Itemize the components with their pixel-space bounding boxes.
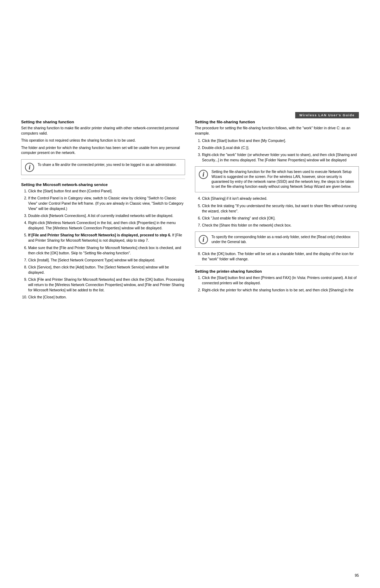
info-text-file-sharing-2: To specify the corresponding folder as a… xyxy=(211,235,355,245)
list-item: Check the [Share this folder on the netw… xyxy=(202,223,359,228)
section-ms-network-sharing: Setting the Microsoft network-sharing se… xyxy=(21,182,185,300)
list-item: Click the [Start] button first and then … xyxy=(202,138,359,143)
info-box-sharing: i To share a file and/or the connected p… xyxy=(21,159,185,175)
section-printer-sharing: Setting the printer-sharing function Cli… xyxy=(195,269,359,293)
list-item: Click the [OK] button. The folder will b… xyxy=(202,251,359,262)
list-item: Click "Just enable file sharing" and cli… xyxy=(202,216,359,221)
list-item: If the Control Panel is in Category view… xyxy=(28,196,185,211)
page-number: 95 xyxy=(355,573,359,577)
sharing-function-para2: This operation is not required unless th… xyxy=(21,138,185,143)
list-item: Right-click the printer for which the sh… xyxy=(202,287,359,293)
file-sharing-steps-before: Click the [Start] button first and then … xyxy=(201,138,359,163)
info-text-sharing: To share a file and/or the connected pri… xyxy=(38,162,177,167)
list-item: If [File and Printer Sharing for Microso… xyxy=(28,233,185,243)
sharing-function-para1: Set the sharing function to make file an… xyxy=(21,126,185,136)
section-sharing-function: Setting the sharing function Set the sha… xyxy=(21,120,185,175)
header-bar: Wireless LAN User's Guide xyxy=(295,112,359,118)
header-title: Wireless LAN User's Guide xyxy=(299,113,355,117)
file-sharing-heading: Setting the file-sharing function xyxy=(195,120,359,124)
info-icon-file-sharing-1: i xyxy=(199,170,208,179)
section-file-sharing: Setting the file-sharing function The pr… xyxy=(195,120,359,262)
page: Wireless LAN User's Guide Setting the sh… xyxy=(0,0,380,588)
divider-2 xyxy=(195,265,359,266)
divider-1 xyxy=(21,179,185,179)
list-item: Double-click [Network Connections]. A li… xyxy=(28,213,185,218)
right-column: Setting the file-sharing function The pr… xyxy=(195,120,359,302)
info-text-file-sharing-1: Setting the file-sharing function for th… xyxy=(211,169,355,189)
file-sharing-para1: The procedure for setting the file-shari… xyxy=(195,126,359,136)
list-item: Click [File and Printer Sharing for Micr… xyxy=(28,277,185,293)
content-area: Setting the sharing function Set the sha… xyxy=(21,120,359,560)
list-item: Click the [Close] button. xyxy=(28,295,185,300)
sharing-function-para3: The folder and printer for which the sha… xyxy=(21,146,185,156)
info-box-file-sharing-2: i To specify the corresponding folder as… xyxy=(195,231,359,248)
info-icon-sharing: i xyxy=(25,163,34,172)
list-item: Click the [Start] button first and then … xyxy=(202,275,359,286)
printer-sharing-heading: Setting the printer-sharing function xyxy=(195,269,359,273)
two-columns: Setting the sharing function Set the sha… xyxy=(21,120,359,302)
list-item: Click [Service], then click the [Add] bu… xyxy=(28,265,185,275)
list-item: Click the [Start] button first and then … xyxy=(28,188,185,194)
info-box-file-sharing-1: i Setting the file-sharing function for … xyxy=(195,166,359,192)
list-item: Right-click [Wireless Network Connection… xyxy=(28,220,185,231)
list-item: Click the link stating "If you understan… xyxy=(202,203,359,214)
list-item: Click [Sharing] if it isn't already sele… xyxy=(202,196,359,201)
ms-network-sharing-steps: Click the [Start] button first and then … xyxy=(27,188,185,300)
printer-sharing-steps: Click the [Start] button first and then … xyxy=(201,275,359,293)
left-column: Setting the sharing function Set the sha… xyxy=(21,120,185,302)
list-item: Make sure that the [File and Printer Sha… xyxy=(28,245,185,256)
list-item: Right-click the "work" folder (or whiche… xyxy=(202,152,359,163)
ms-network-sharing-heading: Setting the Microsoft network-sharing se… xyxy=(21,182,185,187)
list-item: Click [Install]. The [Select Network Com… xyxy=(28,258,185,263)
file-sharing-steps-after: Click [Sharing] if it isn't already sele… xyxy=(201,196,359,228)
list-item: Double-click [Local disk (C:)]. xyxy=(202,145,359,150)
info-icon-file-sharing-2: i xyxy=(199,235,208,244)
file-sharing-steps-after2: Click the [OK] button. The folder will b… xyxy=(201,251,359,262)
sharing-function-heading: Setting the sharing function xyxy=(21,120,185,124)
